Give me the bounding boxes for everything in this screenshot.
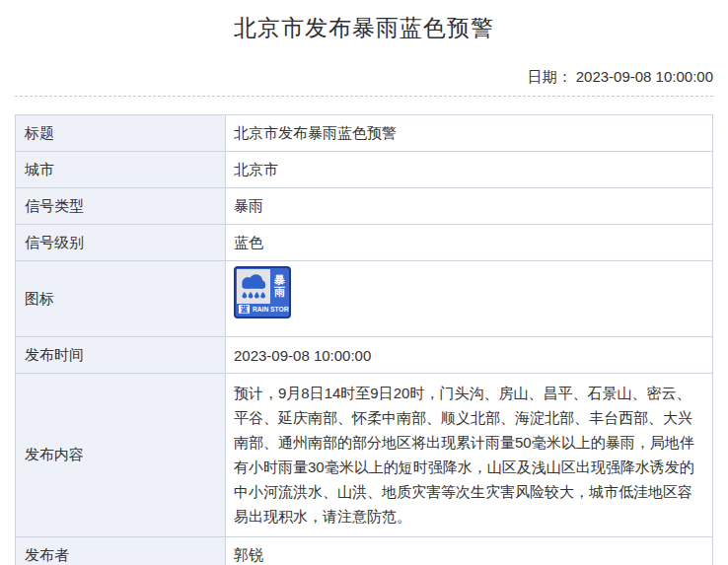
row-value: 蓝色 [226, 225, 712, 260]
icon-english-label: RAIN STORM [253, 306, 291, 313]
row-value: 2023-09-08 10:00:00 [226, 337, 712, 373]
row-value: 预计，9月8日14时至9日20时，门头沟、房山、昌平、石景山、密云、平谷、延庆南… [226, 374, 712, 536]
row-label: 信号级别 [16, 225, 226, 260]
table-row-city: 城市 北京市 [16, 152, 712, 188]
icon-bottom-bar: 蓝 RAIN STORM [236, 304, 289, 317]
row-value: 北京市 [226, 152, 712, 187]
table-row-publish-time: 发布时间 2023-09-08 10:00:00 [16, 337, 712, 374]
table-row-title: 标题 北京市发布暴雨蓝色预警 [16, 115, 712, 152]
row-label: 城市 [16, 152, 226, 187]
row-label: 标题 [16, 115, 226, 151]
date-label: 日期： [528, 68, 572, 85]
date-row: 日期：2023-09-08 10:00:00 [15, 68, 713, 97]
row-value: 暴雨 [226, 188, 712, 224]
table-row-icon: 图标 [16, 261, 712, 337]
page-title: 北京市发布暴雨蓝色预警 [15, 14, 713, 41]
table-row-publish-content: 发布内容 预计，9月8日14时至9日20时，门头沟、房山、昌平、石景山、密云、平… [16, 374, 712, 537]
row-label: 发布时间 [16, 337, 226, 373]
page-header: 北京市发布暴雨蓝色预警 日期：2023-09-08 10:00:00 [0, 0, 728, 97]
row-value: 北京市发布暴雨蓝色预警 [226, 115, 712, 151]
icon-level-badge: 蓝 [239, 305, 250, 314]
row-value: 暴 雨 蓝 RAIN STORM [226, 261, 712, 336]
table-row-signal-level: 信号级别 蓝色 [16, 225, 712, 261]
rainstorm-blue-warning-icon: 暴 雨 蓝 RAIN STORM [234, 266, 291, 318]
table-row-signal-type: 信号类型 暴雨 [16, 188, 712, 225]
row-value: 郭锐 [226, 537, 712, 565]
row-label: 图标 [16, 261, 226, 336]
rain-cloud-icon [237, 269, 270, 304]
icon-zh-top: 暴 [274, 274, 285, 286]
icon-main-area: 暴 雨 [236, 268, 289, 304]
row-label: 发布者 [16, 537, 226, 565]
row-label: 发布内容 [16, 374, 226, 536]
warning-info-table: 标题 北京市发布暴雨蓝色预警 城市 北京市 信号类型 暴雨 信号级别 蓝色 图标 [15, 114, 713, 565]
row-label: 信号类型 [16, 188, 226, 224]
date-value: 2023-09-08 10:00:00 [576, 68, 713, 85]
table-row-publisher: 发布者 郭锐 [16, 537, 712, 565]
icon-chinese-label: 暴 雨 [270, 268, 289, 304]
icon-zh-bottom: 雨 [274, 286, 285, 298]
